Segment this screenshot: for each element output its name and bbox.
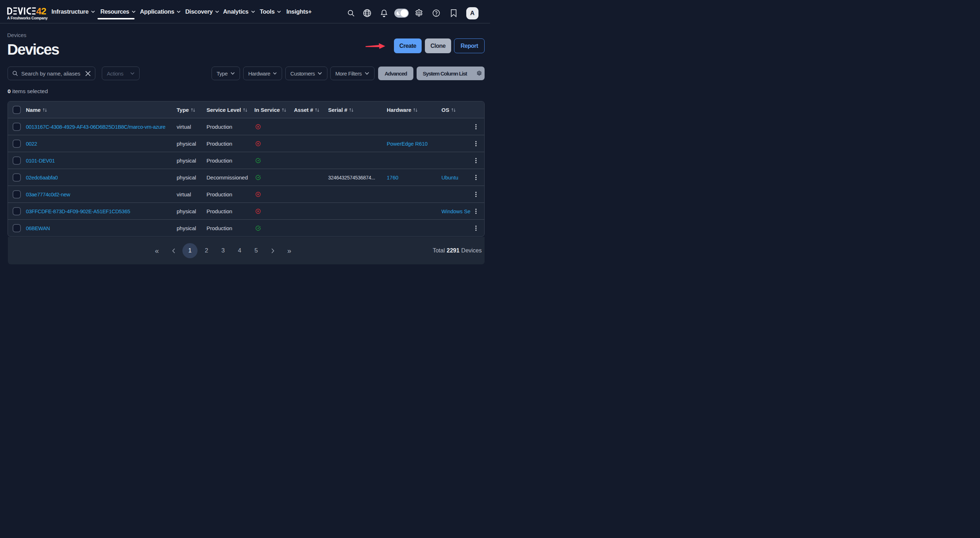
svg-text:42: 42 bbox=[37, 7, 46, 15]
